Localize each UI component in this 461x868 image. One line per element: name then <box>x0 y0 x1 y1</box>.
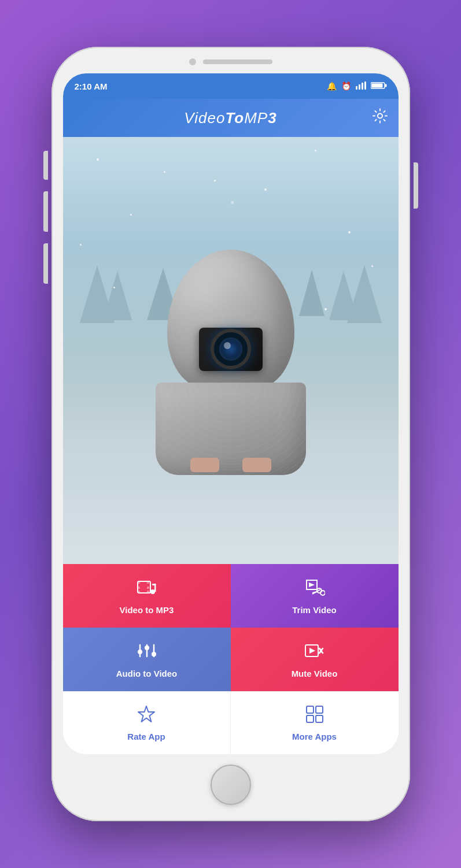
phone-screen: 2:10 AM 🔔 ⏰ <box>63 73 399 754</box>
grid-icon <box>305 704 324 727</box>
svg-rect-30 <box>305 645 318 656</box>
svg-point-28 <box>145 646 149 650</box>
app-title: VideoToMP3 <box>184 109 276 127</box>
mute-video-icon <box>304 640 325 664</box>
svg-rect-36 <box>316 706 323 713</box>
more-apps-label: More Apps <box>292 732 337 741</box>
svg-marker-31 <box>309 648 315 654</box>
svg-marker-34 <box>138 706 154 722</box>
svg-rect-3 <box>364 81 366 90</box>
svg-rect-13 <box>147 587 149 589</box>
power-button <box>414 162 418 209</box>
svg-rect-11 <box>138 591 140 593</box>
svg-rect-2 <box>362 83 363 90</box>
video-to-mp3-label: Video to MP3 <box>120 605 174 615</box>
svg-point-29 <box>152 652 156 656</box>
svg-rect-9 <box>138 581 140 584</box>
svg-rect-38 <box>316 715 323 722</box>
video-music-icon <box>137 577 157 600</box>
audio-to-video-button[interactable]: Audio to Video <box>63 628 231 691</box>
home-button[interactable] <box>211 765 251 805</box>
earpiece-speaker <box>203 60 272 64</box>
svg-marker-19 <box>309 583 315 587</box>
trim-video-icon <box>304 577 325 600</box>
signal-icon <box>356 81 366 91</box>
mute-switch <box>43 151 48 180</box>
svg-point-21 <box>320 591 325 595</box>
star-icon <box>137 704 156 727</box>
svg-rect-14 <box>147 591 149 593</box>
alarm-icon: ⏰ <box>341 81 351 91</box>
svg-marker-18 <box>307 580 317 589</box>
svg-rect-35 <box>307 706 314 713</box>
mute-video-label: Mute Video <box>292 669 338 678</box>
volume-down-button <box>43 243 48 284</box>
trim-video-button[interactable]: Trim Video <box>231 564 399 628</box>
battery-icon <box>371 81 387 91</box>
svg-rect-16 <box>154 584 156 592</box>
svg-rect-37 <box>307 715 314 722</box>
svg-point-15 <box>150 589 155 594</box>
app-header: VideoToMP3 <box>63 99 399 137</box>
svg-line-32 <box>319 648 323 653</box>
svg-point-7 <box>378 114 382 118</box>
svg-point-20 <box>317 588 322 593</box>
settings-button[interactable] <box>372 108 388 128</box>
notification-icon: 🔔 <box>327 81 337 91</box>
svg-rect-12 <box>147 581 149 584</box>
svg-point-27 <box>138 650 142 654</box>
svg-rect-8 <box>138 581 150 593</box>
trim-video-label: Trim Video <box>292 605 336 615</box>
svg-rect-5 <box>371 83 382 87</box>
status-time: 2:10 AM <box>75 81 108 91</box>
audio-to-video-label: Audio to Video <box>116 669 178 678</box>
svg-rect-1 <box>359 84 360 90</box>
rate-app-button[interactable]: Rate App <box>63 691 231 754</box>
phone-frame: 2:10 AM 🔔 ⏰ <box>51 47 410 821</box>
phone-bottom <box>211 765 251 805</box>
svg-line-23 <box>312 589 320 594</box>
button-grid: Video to MP3 Trim Video <box>63 564 399 754</box>
status-icons: 🔔 ⏰ <box>327 81 387 91</box>
mute-video-button[interactable]: Mute Video <box>231 628 399 691</box>
svg-rect-17 <box>152 584 156 585</box>
rate-app-label: Rate App <box>127 732 165 741</box>
front-camera <box>189 58 196 65</box>
hero-image: NIKON <box>63 137 399 564</box>
phone-top-notch <box>57 58 404 65</box>
svg-rect-6 <box>385 84 386 87</box>
video-to-mp3-button[interactable]: Video to MP3 <box>63 564 231 628</box>
person-figure: NIKON <box>156 250 306 475</box>
volume-up-button <box>43 191 48 232</box>
svg-line-33 <box>319 648 323 653</box>
svg-rect-0 <box>356 86 357 90</box>
audio-sliders-icon <box>137 640 157 664</box>
svg-line-22 <box>312 592 317 593</box>
status-bar: 2:10 AM 🔔 ⏰ <box>63 73 399 99</box>
more-apps-button[interactable]: More Apps <box>231 691 399 754</box>
svg-rect-10 <box>138 587 140 589</box>
